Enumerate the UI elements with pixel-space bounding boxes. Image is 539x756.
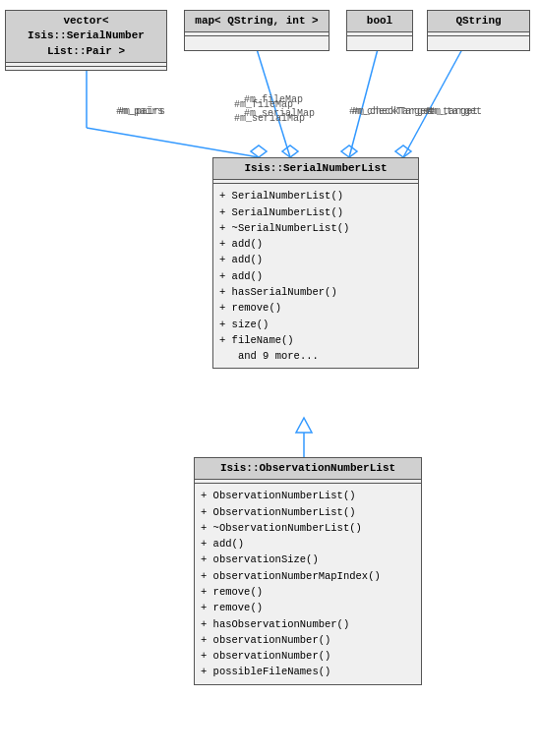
box-serial-number-list: Isis::SerialNumberList + SerialNumberLis… bbox=[212, 157, 419, 369]
svg-marker-6 bbox=[341, 145, 357, 157]
method-onl-12: + possibleFileNames() bbox=[201, 664, 415, 679]
svg-marker-4 bbox=[282, 145, 298, 157]
box-vector: vector< Isis::SerialNumberList::Pair > bbox=[5, 10, 167, 71]
svg-marker-2 bbox=[251, 145, 267, 157]
method-onl-8: + remove() bbox=[201, 600, 415, 615]
method-snl-2: + SerialNumberList() bbox=[219, 204, 412, 220]
method-snl-5: + add() bbox=[219, 252, 412, 267]
method-snl-1: + SerialNumberList() bbox=[219, 188, 412, 204]
label-m-filemap-text: #m_fileMap#m_serialMap bbox=[244, 93, 315, 120]
method-snl-more: and 9 more... bbox=[219, 348, 412, 364]
method-snl-6: + add() bbox=[219, 268, 412, 284]
box-bool-title: bool bbox=[347, 11, 412, 32]
box-observation-number-list: Isis::ObservationNumberList + Observatio… bbox=[194, 457, 422, 685]
box-observation-number-list-title: Isis::ObservationNumberList bbox=[195, 458, 421, 480]
method-onl-11: + observationNumber() bbox=[201, 648, 415, 664]
label-m-pairs-text: #m_pairs bbox=[116, 106, 163, 117]
svg-line-5 bbox=[349, 49, 378, 157]
method-onl-10: + observationNumber() bbox=[201, 632, 415, 648]
method-onl-4: + add() bbox=[201, 536, 415, 552]
method-onl-9: + hasObservationNumber() bbox=[201, 616, 415, 632]
box-qstring-title: QString bbox=[428, 11, 529, 32]
method-onl-6: + observationNumberMapIndex() bbox=[201, 568, 415, 584]
method-onl-5: + observationSize() bbox=[201, 552, 415, 567]
box-serial-number-list-body: + SerialNumberList() + SerialNumberList(… bbox=[213, 184, 418, 368]
method-onl-7: + remove() bbox=[201, 584, 415, 600]
method-snl-3: + ~SerialNumberList() bbox=[219, 220, 412, 236]
box-observation-number-list-body: + ObservationNumberList() + ObservationN… bbox=[195, 484, 421, 683]
svg-line-1 bbox=[87, 128, 259, 157]
diagram-container: #m_pairs #m_fileMap #m_serialMap #m_chec… bbox=[0, 0, 539, 756]
svg-marker-10 bbox=[296, 418, 312, 433]
method-snl-8: + remove() bbox=[219, 300, 412, 316]
method-snl-7: + hasSerialNumber() bbox=[219, 284, 412, 300]
method-onl-3: + ~ObservationNumberList() bbox=[201, 520, 415, 536]
method-onl-1: + ObservationNumberList() bbox=[201, 488, 415, 503]
method-snl-4: + add() bbox=[219, 236, 412, 252]
box-vector-title: vector< Isis::SerialNumberList::Pair > bbox=[6, 11, 166, 63]
method-onl-2: + ObservationNumberList() bbox=[201, 504, 415, 520]
method-snl-9: + size() bbox=[219, 317, 412, 332]
svg-marker-8 bbox=[395, 145, 411, 157]
label-m-target-text: #m_target bbox=[429, 106, 482, 117]
label-m-checktarget-text: #m_checkTarget bbox=[349, 106, 432, 117]
method-snl-10: + fileName() bbox=[219, 332, 412, 348]
box-bool: bool bbox=[346, 10, 413, 51]
box-map: map< QString, int > bbox=[184, 10, 329, 51]
box-serial-number-list-title: Isis::SerialNumberList bbox=[213, 158, 418, 180]
box-qstring: QString bbox=[427, 10, 530, 51]
box-map-title: map< QString, int > bbox=[185, 11, 329, 32]
svg-line-7 bbox=[403, 49, 462, 157]
